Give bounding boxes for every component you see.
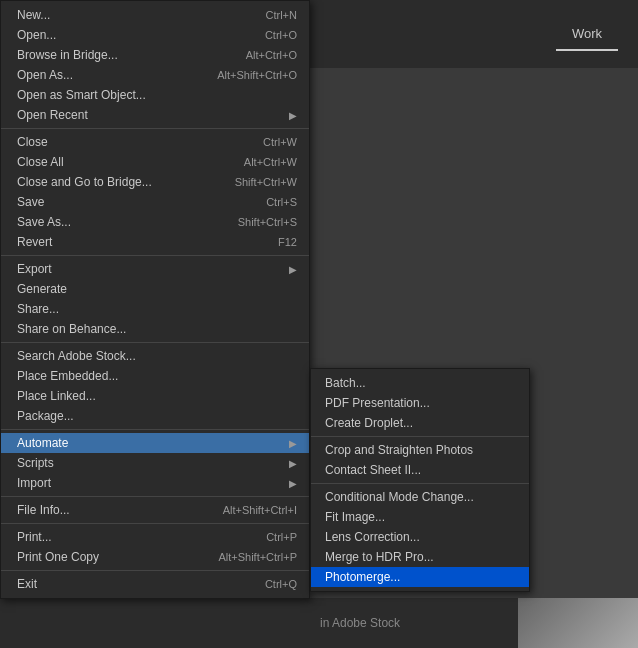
submenu-item-crop-straighten[interactable]: Crop and Straighten Photos [311, 440, 529, 460]
work-tab[interactable]: Work [556, 18, 618, 51]
submenu-item-batch[interactable]: Batch... [311, 373, 529, 393]
adobe-stock-label: in Adobe Stock [320, 616, 400, 630]
submenu-item-lens-correction[interactable]: Lens Correction... [311, 527, 529, 547]
menu-item-export[interactable]: Export ▶ [1, 259, 309, 279]
menu-item-place-embedded[interactable]: Place Embedded... [1, 366, 309, 386]
menu-item-save-as[interactable]: Save As... Shift+Ctrl+S [1, 212, 309, 232]
separator-1 [1, 128, 309, 129]
separator-6 [1, 523, 309, 524]
submenu-item-create-droplet[interactable]: Create Droplet... [311, 413, 529, 433]
bottom-bar: in Adobe Stock [0, 598, 638, 648]
submenu-item-fit-image[interactable]: Fit Image... [311, 507, 529, 527]
separator-2 [1, 255, 309, 256]
menu-item-close-all[interactable]: Close All Alt+Ctrl+W [1, 152, 309, 172]
menu-item-generate[interactable]: Generate [1, 279, 309, 299]
menu-item-share-behance[interactable]: Share on Behance... [1, 319, 309, 339]
separator-7 [1, 570, 309, 571]
menu-item-search-stock[interactable]: Search Adobe Stock... [1, 346, 309, 366]
menu-item-scripts[interactable]: Scripts ▶ [1, 453, 309, 473]
submenu-item-merge-hdr[interactable]: Merge to HDR Pro... [311, 547, 529, 567]
menu-item-print[interactable]: Print... Ctrl+P [1, 527, 309, 547]
menu-item-revert[interactable]: Revert F12 [1, 232, 309, 252]
menu-item-file-info[interactable]: File Info... Alt+Shift+Ctrl+I [1, 500, 309, 520]
menu-item-share[interactable]: Share... [1, 299, 309, 319]
menu-item-browse-bridge[interactable]: Browse in Bridge... Alt+Ctrl+O [1, 45, 309, 65]
adobe-stock-thumbnail [518, 598, 638, 648]
menu-item-open[interactable]: Open... Ctrl+O [1, 25, 309, 45]
menu-item-open-recent[interactable]: Open Recent ▶ [1, 105, 309, 125]
file-dropdown-menu: New... Ctrl+N Open... Ctrl+O Browse in B… [0, 0, 310, 599]
menu-item-open-smart[interactable]: Open as Smart Object... [1, 85, 309, 105]
submenu-item-conditional-mode[interactable]: Conditional Mode Change... [311, 487, 529, 507]
menu-item-package[interactable]: Package... [1, 406, 309, 426]
separator-5 [1, 496, 309, 497]
menu-item-import[interactable]: Import ▶ [1, 473, 309, 493]
menu-item-exit[interactable]: Exit Ctrl+Q [1, 574, 309, 594]
menu-item-new[interactable]: New... Ctrl+N [1, 5, 309, 25]
menu-item-automate[interactable]: Automate ▶ [1, 433, 309, 453]
menu-item-place-linked[interactable]: Place Linked... [1, 386, 309, 406]
separator-3 [1, 342, 309, 343]
menu-item-open-as[interactable]: Open As... Alt+Shift+Ctrl+O [1, 65, 309, 85]
submenu-item-contact-sheet[interactable]: Contact Sheet II... [311, 460, 529, 480]
menu-item-close[interactable]: Close Ctrl+W [1, 132, 309, 152]
menu-item-save[interactable]: Save Ctrl+S [1, 192, 309, 212]
menu-item-print-one-copy[interactable]: Print One Copy Alt+Shift+Ctrl+P [1, 547, 309, 567]
submenu-item-pdf[interactable]: PDF Presentation... [311, 393, 529, 413]
submenu-separator-2 [311, 483, 529, 484]
separator-4 [1, 429, 309, 430]
submenu-separator-1 [311, 436, 529, 437]
submenu-item-photomerge[interactable]: Photomerge... [311, 567, 529, 587]
automate-submenu: Batch... PDF Presentation... Create Drop… [310, 368, 530, 592]
menu-item-close-bridge[interactable]: Close and Go to Bridge... Shift+Ctrl+W [1, 172, 309, 192]
